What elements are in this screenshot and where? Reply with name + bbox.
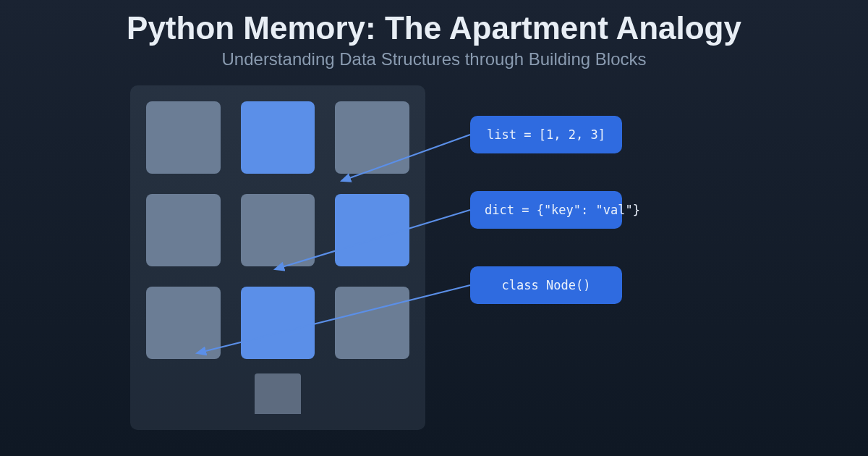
door-row (146, 373, 409, 414)
page-title: Python Memory: The Apartment Analogy (0, 10, 868, 46)
apartment-building (130, 85, 425, 430)
apartment-cell (146, 101, 221, 174)
code-label-dict: dict = {"key": "val"} (470, 191, 622, 229)
apartment-cell (335, 287, 409, 359)
apartment-grid (146, 101, 409, 359)
code-label-list: list = [1, 2, 3] (470, 116, 622, 153)
apartment-cell-active (241, 101, 315, 174)
apartment-cell-active (241, 287, 315, 359)
apartment-cell-active (335, 194, 409, 266)
apartment-cell (146, 194, 221, 266)
apartment-cell (335, 101, 409, 174)
apartment-cell (146, 287, 221, 359)
page-subtitle: Understanding Data Structures through Bu… (0, 49, 868, 69)
code-labels: list = [1, 2, 3] dict = {"key": "val"} c… (470, 116, 622, 304)
apartment-cell (241, 194, 315, 266)
code-label-class: class Node() (470, 266, 622, 304)
building-door (255, 373, 301, 414)
